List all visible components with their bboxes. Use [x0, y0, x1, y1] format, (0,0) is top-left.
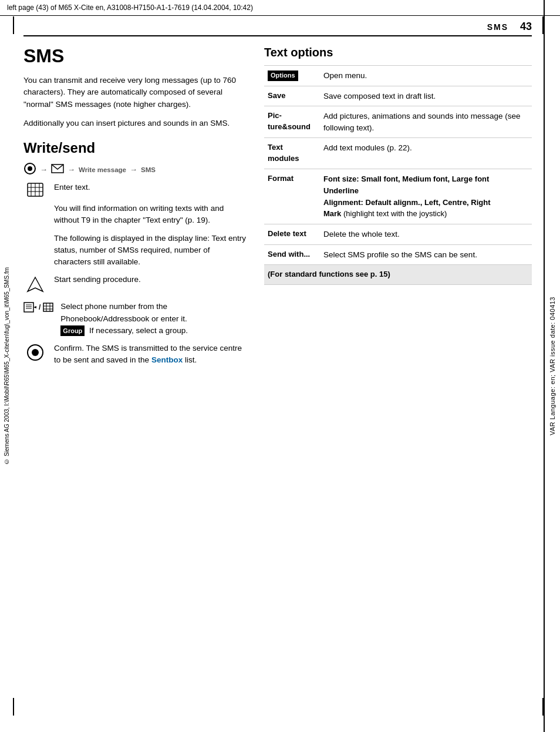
- step-2-row: You will find information on writing tex…: [23, 203, 247, 227]
- nav-write-message: Write message: [79, 166, 126, 173]
- page-number: 43: [520, 21, 532, 33]
- step-5-row: / Select phone number from the Phonebook…: [23, 301, 247, 337]
- right-sidebar-text: VAR Language: en; VAR issue date: 040413: [549, 297, 556, 435]
- format-label: Format: [264, 169, 320, 224]
- step-5-text: Select phone number from the Phonebook/A…: [60, 301, 247, 337]
- text-modules-label: Textmodules: [264, 138, 320, 169]
- footer-row: (For standard functions see p. 15): [264, 265, 532, 285]
- save-row: Save Save composed text in draft list.: [264, 86, 532, 106]
- step-4-text: Start sending procedure.: [54, 274, 247, 286]
- open-menu-text: Open menu.: [320, 66, 532, 86]
- options-badge: Options: [268, 70, 298, 81]
- delete-text-description: Delete the whole text.: [320, 224, 532, 245]
- page-header: SMS 43: [23, 16, 532, 36]
- extra-paragraph: Additionally you can insert pictures and…: [23, 117, 247, 129]
- write-send-title: Write/send: [23, 140, 247, 156]
- format-description: Font size: Small font, Medium font, Larg…: [320, 169, 532, 224]
- nav-arrow-3: →: [130, 165, 137, 174]
- format-row: Format Font size: Small font, Medium fon…: [264, 169, 532, 224]
- intro-paragraph: You can transmit and receive very long m…: [23, 75, 247, 110]
- step-3-spacer: [23, 233, 47, 234]
- send-with-description: Select SMS profile so the SMS can be sen…: [320, 244, 532, 265]
- save-label: Save: [264, 86, 320, 106]
- options-header-row: Options Open menu.: [264, 66, 532, 86]
- step-5b-text: If necessary, select a group.: [89, 326, 188, 335]
- svg-point-21: [32, 349, 39, 356]
- send-arrow-icon: [23, 274, 47, 295]
- sentbox-link: Sentbox: [151, 355, 183, 364]
- sms-title: SMS: [23, 46, 247, 66]
- svg-point-1: [28, 166, 32, 171]
- step-1-row: Enter text.: [23, 182, 247, 197]
- two-column-layout: SMS You can transmit and receive very lo…: [23, 46, 532, 372]
- nav-arrow-1: →: [40, 165, 48, 174]
- left-sidebar-text: © Siemens AG 2003, I:\Mobil\R65\M65_X-ci…: [4, 267, 10, 465]
- right-sidebar: VAR Language: en; VAR issue date: 040413: [544, 0, 560, 732]
- save-description: Save composed text in draft list.: [320, 86, 532, 106]
- step-3-row: The following is displayed in the displa…: [23, 233, 247, 268]
- picture-sound-label: Pic-ture&sound: [264, 106, 320, 138]
- text-modules-row: Textmodules Add text modules (p. 22).: [264, 138, 532, 169]
- nav-sms: SMS: [141, 166, 156, 173]
- step-2-spacer: [23, 203, 47, 204]
- step-4-row: Start sending procedure.: [23, 274, 247, 295]
- send-with-label: Send with...: [264, 244, 320, 265]
- step-6-text: Confirm. The SMS is transmitted to the s…: [54, 343, 247, 367]
- page-header-title: SMS: [487, 22, 508, 32]
- svg-marker-9: [28, 277, 43, 291]
- right-column: Text options Options Open menu. Save Sav…: [264, 46, 532, 372]
- picture-sound-row: Pic-ture&sound Add pictures, animations …: [264, 106, 532, 138]
- footer-text: (For standard functions see p. 15): [264, 265, 532, 285]
- text-options-title: Text options: [264, 46, 532, 59]
- send-with-row: Send with... Select SMS profile so the S…: [264, 244, 532, 265]
- nav-circle-icon: [23, 162, 36, 177]
- navigation-row: → → Write message → SMS: [23, 162, 247, 177]
- nav-envelope-icon: [51, 164, 64, 175]
- delete-text-label: Delete text: [264, 224, 320, 245]
- step-3-text: The following is displayed in the displa…: [54, 233, 247, 268]
- text-modules-description: Add text modules (p. 22).: [320, 138, 532, 169]
- left-column: SMS You can transmit and receive very lo…: [23, 46, 247, 372]
- confirm-circle-icon: [23, 343, 47, 361]
- options-table: Options Open menu. Save Save composed te…: [264, 65, 532, 285]
- header-bar: left page (43) of M65 X-Cite en, A31008-…: [0, 0, 560, 16]
- nav-arrow-2: →: [68, 165, 75, 174]
- main-content: SMS 43 SMS You can transmit and receive …: [18, 16, 538, 372]
- keyboard-icon: [23, 182, 47, 197]
- svg-rect-15: [43, 303, 53, 311]
- step-1-text: Enter text.: [54, 182, 247, 193]
- delete-text-row: Delete text Delete the whole text.: [264, 224, 532, 245]
- step-6-row: Confirm. The SMS is transmitted to the s…: [23, 343, 247, 367]
- step-2-text: You will find information on writing tex…: [54, 203, 247, 227]
- picture-sound-description: Add pictures, animations and sounds into…: [320, 106, 532, 138]
- svg-rect-10: [24, 303, 33, 312]
- group-badge: Group: [60, 325, 85, 337]
- left-sidebar: © Siemens AG 2003, I:\Mobil\R65\M65_X-ci…: [0, 0, 13, 732]
- phonebook-icon: /: [23, 301, 53, 313]
